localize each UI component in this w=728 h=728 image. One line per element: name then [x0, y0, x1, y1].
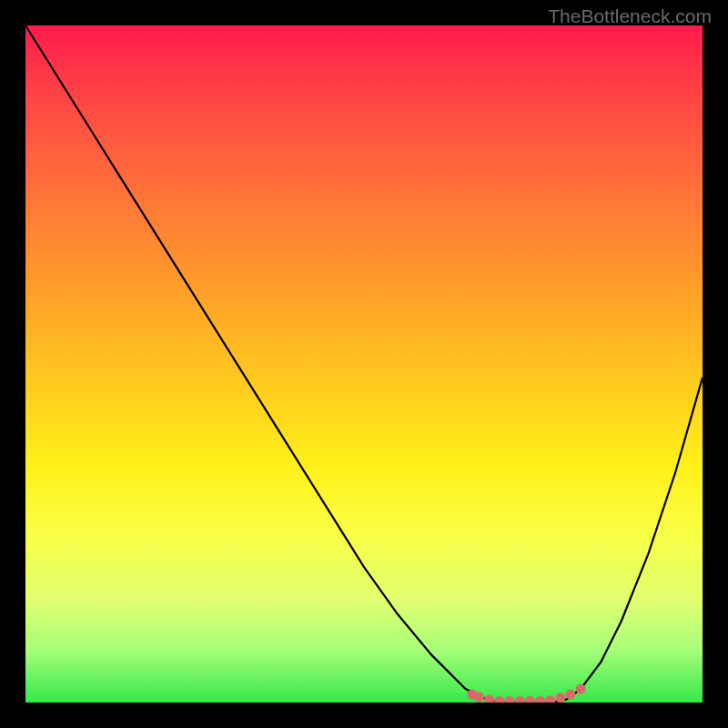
marker-dot	[555, 693, 565, 703]
marker-dot	[474, 693, 484, 703]
marker-dot	[535, 696, 545, 703]
watermark-text: TheBottleneck.com	[548, 5, 712, 27]
marker-dot	[576, 684, 586, 694]
marker-dot	[505, 696, 515, 703]
marker-dot	[515, 696, 525, 703]
chart-svg	[25, 25, 703, 703]
marker-dot	[525, 696, 535, 703]
marker-dot	[545, 695, 555, 703]
plot-area	[25, 25, 703, 703]
marker-dot	[484, 695, 494, 703]
marker-dot	[494, 696, 504, 703]
bottleneck-curve	[25, 25, 703, 703]
marker-dot	[565, 690, 575, 700]
